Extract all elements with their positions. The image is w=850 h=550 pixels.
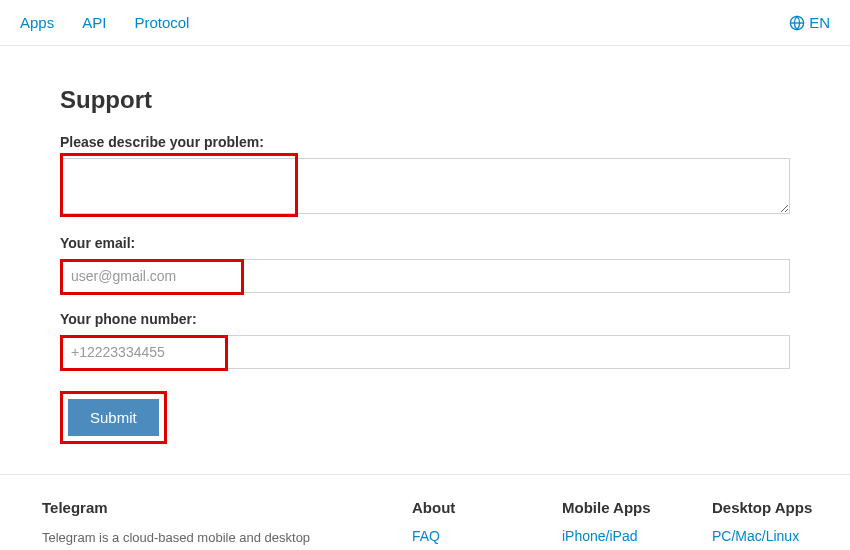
problem-group: Please describe your problem: (60, 134, 790, 217)
email-group: Your email: (60, 235, 790, 293)
footer: Telegram Telegram is a cloud-based mobil… (0, 474, 850, 550)
nav-apps[interactable]: Apps (20, 14, 54, 31)
highlight-box-submit: Submit (60, 391, 167, 444)
nav-api[interactable]: API (82, 14, 106, 31)
nav-protocol[interactable]: Protocol (134, 14, 189, 31)
header: Apps API Protocol EN (0, 0, 850, 46)
phone-input[interactable] (60, 335, 790, 369)
footer-link-iphone[interactable]: iPhone/iPad (562, 528, 692, 544)
footer-brand-col: Telegram Telegram is a cloud-based mobil… (42, 499, 362, 550)
language-selector[interactable]: EN (789, 14, 830, 31)
problem-label: Please describe your problem: (60, 134, 790, 150)
footer-brand-title: Telegram (42, 499, 362, 516)
email-label: Your email: (60, 235, 790, 251)
language-code: EN (809, 14, 830, 31)
footer-link-faq[interactable]: FAQ (412, 528, 542, 544)
email-input[interactable] (60, 259, 790, 293)
phone-group: Your phone number: (60, 311, 790, 369)
footer-link-pc[interactable]: PC/Mac/Linux (712, 528, 842, 544)
footer-brand-desc: Telegram is a cloud-based mobile and des… (42, 528, 362, 550)
submit-button[interactable]: Submit (68, 399, 159, 436)
globe-icon (789, 15, 805, 31)
footer-col-title: About (412, 499, 542, 516)
footer-col-mobile: Mobile Apps iPhone/iPad Android Mobile W… (562, 499, 692, 550)
footer-col-title: Desktop Apps (712, 499, 842, 516)
footer-col-title: Mobile Apps (562, 499, 692, 516)
footer-col-about: About FAQ Privacy Press (412, 499, 542, 550)
nav-links: Apps API Protocol (20, 14, 189, 31)
problem-textarea[interactable] (60, 158, 790, 214)
page-title: Support (60, 86, 790, 114)
footer-col-desktop: Desktop Apps PC/Mac/Linux macOS Web-brow… (712, 499, 842, 550)
main-content: Support Please describe your problem: Yo… (0, 46, 850, 474)
phone-label: Your phone number: (60, 311, 790, 327)
